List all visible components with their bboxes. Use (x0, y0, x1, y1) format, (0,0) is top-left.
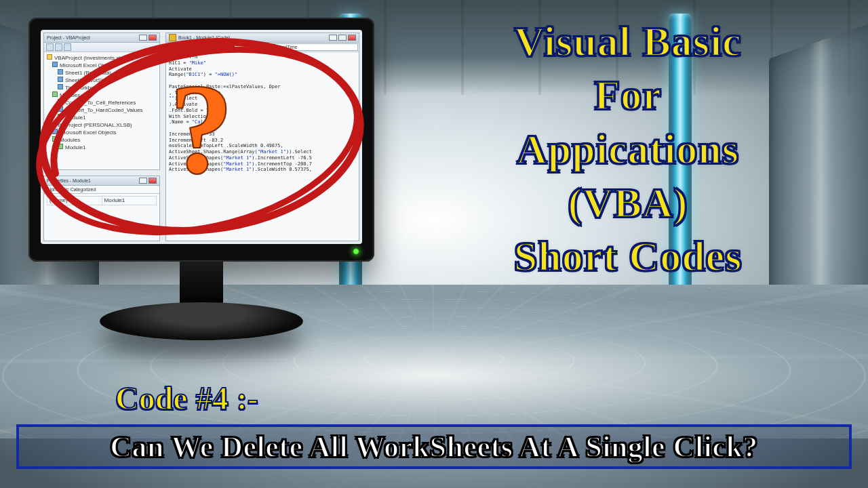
tree-item: Module1 (47, 114, 157, 121)
tree-item: Sheet2 (PivotSheet) (47, 77, 157, 84)
question-mark-icon: ? (170, 64, 234, 192)
tree-item: Modules (47, 92, 157, 99)
code-title: Book1 - Module1 (Code) (166, 33, 359, 43)
code-title-label: Book1 - Module1 (Code) (178, 35, 230, 40)
pane-window-buttons (139, 35, 157, 41)
properties-pane: Properties - Module1 Alphabetic Categori… (43, 176, 160, 241)
module-icon (169, 34, 176, 41)
toolbar-icon (64, 43, 71, 51)
main-title: Visual Basic For Appications (VBA) Short… (411, 15, 845, 284)
tree-item: Microsoft Excel Objects (47, 129, 157, 136)
project-tree: VBAProject (Investments.xlsm)Microsoft E… (44, 52, 159, 169)
project-explorer-label: Project - VBAProject (47, 35, 90, 40)
code-dropdown-right: NameAndTime (263, 43, 358, 51)
properties-title: Properties - Module1 (44, 176, 159, 186)
title-line-4: (VBA) (411, 176, 845, 230)
code-dropdown-bar: (General) NameAndTime (166, 43, 359, 52)
tree-item: VBAProject (PERSONAL.XLSB) (47, 121, 157, 129)
tree-item: Module1 (47, 144, 157, 151)
properties-label: Properties - Module1 (47, 178, 91, 183)
pane-window-buttons (329, 35, 356, 41)
code-dropdown-left: (General) (167, 43, 262, 51)
pane-window-buttons (139, 178, 157, 184)
question-bar: Can We Delete All WorkSheets At A Single… (16, 424, 852, 469)
prop-val: Module1 (102, 197, 157, 205)
project-toolbar (44, 43, 159, 52)
properties-grid: (Name) Module1 (44, 194, 159, 241)
project-explorer-pane: Project - VBAProject VBAProject (Investm… (43, 33, 160, 170)
monitor-bezel: Project - VBAProject VBAProject (Investm… (28, 18, 374, 262)
tree-item: Modules (47, 136, 157, 144)
title-line-5: Short Codes (411, 230, 845, 283)
question-text: Can We Delete All WorkSheets At A Single… (110, 430, 758, 464)
tree-item: Sheet1 (Raw Data) (47, 69, 157, 77)
tree-item: Microsoft Excel Objects (47, 62, 157, 69)
properties-tabs: Alphabetic Categorized (44, 186, 159, 194)
project-explorer-title: Project - VBAProject (44, 33, 159, 43)
title-line-3: Appications (411, 123, 845, 176)
tree-item: Convert_To_HardCoded_Values (47, 106, 157, 114)
monitor: Project - VBAProject VBAProject (Investm… (28, 18, 374, 262)
toolbar-icon (46, 43, 54, 51)
prop-key: (Name) (47, 197, 102, 205)
title-line-1: Visual Basic (411, 15, 845, 68)
toolbar-icon (55, 43, 62, 51)
tree-item: Convert_To_Cell_References (47, 99, 157, 106)
title-line-2: For (411, 68, 845, 122)
code-number-label: Code #4 :- (115, 380, 258, 417)
tree-item: ThisWorkbook (47, 84, 157, 92)
tree-item: VBAProject (Investments.xlsm) (47, 54, 157, 62)
monitor-stand-base (100, 302, 303, 340)
